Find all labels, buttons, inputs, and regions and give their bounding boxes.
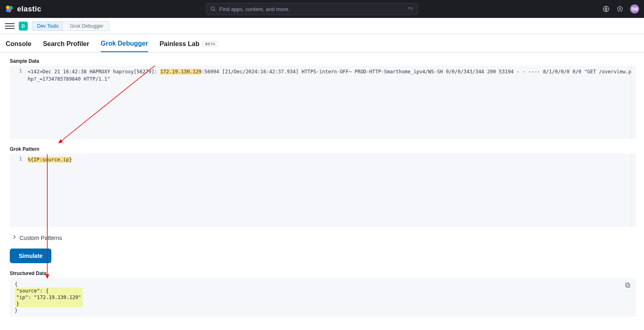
breadcrumb-devtools[interactable]: Dev Tools: [32, 21, 64, 31]
scroll-indicator: [631, 66, 636, 139]
svg-line-5: [214, 10, 215, 11]
svg-point-4: [211, 7, 214, 10]
menu-toggle-icon[interactable]: [5, 21, 15, 31]
label-sample-data: Sample Data: [10, 58, 636, 64]
newsfeed-icon[interactable]: [616, 5, 624, 13]
user-avatar[interactable]: SW: [630, 4, 639, 13]
custom-patterns-toggle[interactable]: Custom Patterns: [10, 231, 636, 249]
sample-code[interactable]: <142>Dec 21 16:42:38 HAPROXY haproxy[562…: [26, 66, 636, 139]
structured-data-output: { "source": { "ip": "172.19.130.129" } }: [10, 278, 636, 317]
pattern-gutter: 1: [10, 154, 26, 227]
copy-icon[interactable]: [624, 282, 631, 290]
pattern-code[interactable]: %{IP:source.ip}: [26, 154, 636, 227]
tab-console[interactable]: Console: [6, 40, 31, 52]
label-structured-data: Structured Data: [10, 271, 636, 276]
breadcrumb-grok[interactable]: Grok Debugger: [62, 21, 109, 31]
tab-grok-debugger[interactable]: Grok Debugger: [101, 40, 148, 52]
svg-point-3: [6, 9, 9, 12]
highlight-output: "source": { "ip": "172.19.130.129" }: [15, 288, 83, 307]
sample-data-editor[interactable]: 1 <142>Dec 21 16:42:38 HAPROXY haproxy[5…: [10, 66, 636, 139]
highlight-ip: 172.19.130.129: [160, 69, 201, 75]
tab-bar: Console Search Profiler Grok Debugger Pa…: [0, 34, 644, 53]
highlight-pattern: %{IP:source.ip}: [28, 157, 72, 163]
beta-badge: BETA: [203, 41, 218, 47]
svg-rect-8: [626, 284, 630, 287]
globe-icon[interactable]: [602, 5, 610, 13]
brand-logo[interactable]: elastic: [5, 4, 42, 13]
app-chip[interactable]: D: [19, 22, 28, 31]
tab-search-profiler[interactable]: Search Profiler: [43, 40, 89, 52]
chevron-right-icon: [11, 234, 17, 241]
nav-bar: D Dev Tools Grok Debugger: [0, 18, 644, 34]
search-icon: [210, 6, 216, 12]
brand-text: elastic: [17, 5, 42, 13]
search-shortcut: ^/: [408, 6, 413, 12]
top-right-actions: SW: [602, 4, 639, 13]
label-grok-pattern: Grok Pattern: [10, 146, 636, 152]
svg-rect-9: [626, 283, 629, 286]
sample-gutter: 1: [10, 66, 26, 139]
grok-pattern-editor[interactable]: 1 %{IP:source.ip}: [10, 154, 636, 227]
breadcrumb: Dev Tools Grok Debugger: [32, 21, 110, 31]
global-search[interactable]: Find apps, content, and more. ^/: [206, 3, 418, 15]
scroll-indicator: [631, 154, 636, 227]
top-bar: elastic Find apps, content, and more. ^/…: [0, 0, 644, 18]
svg-point-7: [620, 9, 621, 10]
simulate-button[interactable]: Simulate: [10, 249, 51, 263]
tab-painless-lab[interactable]: Painless Lab BETA: [159, 40, 218, 52]
search-placeholder: Find apps, content, and more.: [219, 6, 290, 12]
avatar-initials: SW: [631, 7, 638, 11]
main-content: Sample Data 1 <142>Dec 21 16:42:38 HAPRO…: [0, 53, 644, 323]
elastic-logo-icon: [5, 4, 14, 13]
